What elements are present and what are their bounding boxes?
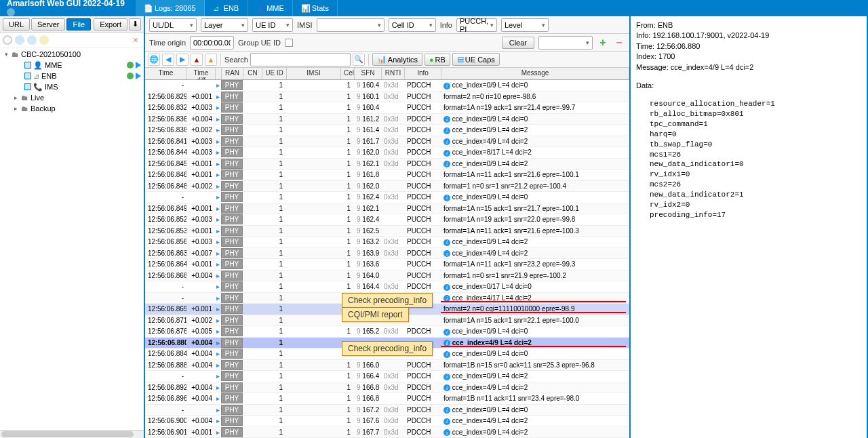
filter-bar-1: UL/DL▾ Layer▾ UE ID▾ IMSI ▾ Cell ID▾ Inf… (145, 16, 629, 34)
info-icon: i (443, 418, 450, 425)
search-input[interactable] (250, 53, 351, 66)
group-ue-checkbox[interactable] (285, 39, 293, 47)
alert-icon[interactable]: ▲ (205, 54, 217, 66)
table-row[interactable]: 12:56:06.849+0.001▸PHY119 162.1PUCCHform… (145, 203, 629, 215)
annotation-callout: CQI/PMI report (342, 307, 409, 322)
table-row[interactable]: 12:56:06.888+0.004▸PHY119 166.0PUCCHform… (145, 360, 629, 372)
table-row[interactable]: -▸PHY119 167.20x3dPDCCHi cce_index=0/9 L… (145, 405, 629, 416)
log-table[interactable]: Time Time diff RAN CN UE ID IMSI Cell SF… (145, 68, 629, 438)
tree-mme[interactable]: 👤MME (0, 60, 144, 71)
table-row[interactable]: 12:56:06.832+0.003▸PHY119 160.4PUCCHform… (145, 102, 629, 114)
table-row[interactable]: 12:56:06.829+0.001▸PHY119 160.10x3dPUCCH… (145, 92, 629, 103)
circle-icon[interactable] (27, 35, 37, 45)
table-row[interactable]: 12:56:06.838+0.002▸PHY119 161.40x3dPDCCH… (145, 125, 629, 136)
table-row[interactable]: 12:56:06.856+0.003▸PHY119 163.20x3dPDCCH… (145, 237, 629, 248)
time-origin-label: Time origin (149, 39, 186, 47)
dl-arrow-icon: ▸ (216, 406, 220, 414)
table-row[interactable]: 12:56:06.892+0.004▸PHY119 166.80x3dPDCCH… (145, 382, 629, 394)
binoculars-icon[interactable]: 🔍 (353, 54, 365, 66)
close-icon[interactable]: × (133, 35, 141, 45)
tab-stats[interactable]: 📊Stats (293, 0, 338, 16)
table-row[interactable]: 12:56:06.876+0.005▸PHY119 165.20x3dPDCCH… (145, 326, 629, 338)
dl-arrow-icon: ▸ (216, 384, 220, 391)
time-origin-input[interactable] (190, 36, 234, 49)
dl-arrow-icon: ▸ (216, 205, 220, 212)
tab-enb[interactable]: ⊿ENB (205, 0, 248, 16)
server-button[interactable]: Server (31, 18, 65, 31)
th-msg[interactable]: Message (441, 68, 629, 79)
rb-button[interactable]: ●RB (425, 54, 450, 66)
table-row[interactable]: 12:56:06.864+0.001▸PHY119 163.6PUCCHform… (145, 259, 629, 271)
table-row[interactable]: -▸PHY119 166.40x3dPDCCHi cce_index=0/9 L… (145, 371, 629, 382)
table-row[interactable]: 12:56:06.844+0.003▸PHY119 162.00x3dPDCCH… (145, 147, 629, 159)
url-button[interactable]: URL (3, 18, 30, 31)
table-row[interactable]: -▸PHY119 162.40x3dPDCCHi cce_index=0/9 L… (145, 192, 629, 203)
detail-index: Index: 1700 (636, 52, 861, 62)
tree-root[interactable]: ▾🖿CBC-2021050100 (0, 49, 144, 60)
th-sfn[interactable]: SFN (355, 68, 382, 79)
dl-arrow-icon: ▸ (216, 361, 220, 369)
table-row[interactable]: 12:56:06.896+0.004▸PHY119 166.8PUCCHform… (145, 393, 629, 405)
th-cell[interactable]: Cell (341, 68, 355, 79)
table-row[interactable]: 12:56:06.853+0.001▸PHY119 162.5PUCCHform… (145, 226, 629, 237)
download-icon[interactable]: ⬇ (129, 18, 141, 31)
table-row[interactable]: 12:56:06.900+0.004▸PHY119 167.60x3dPDCCH… (145, 416, 629, 427)
info-icon: i (443, 195, 450, 201)
th-time[interactable]: Time (145, 68, 187, 79)
layer-select[interactable]: Layer▾ (201, 18, 248, 32)
table-row[interactable]: 12:56:06.848+0.002▸PHY119 162.0PUCCHform… (145, 181, 629, 193)
detail-panel: From: ENB Info: 192.168.100.17:9001, v20… (631, 16, 868, 438)
th-ueid[interactable]: UE ID (262, 68, 287, 79)
table-row[interactable]: -▸PHY119 160.40x3dPDCCHi cce_index=0/9 L… (145, 80, 629, 92)
imsi-select[interactable]: ▾ (317, 18, 384, 32)
dl-arrow-icon: ▸ (216, 126, 220, 134)
table-row[interactable]: 12:56:06.845+0.001▸PHY119 162.10x3dPDCCH… (145, 159, 629, 170)
prev-icon[interactable]: ◀ (162, 54, 174, 66)
tree-ims[interactable]: 📞IMS (0, 81, 144, 92)
table-row[interactable]: 12:56:06.901+0.001▸PHY119 167.70x3dPDCCH… (145, 427, 629, 439)
add-icon[interactable]: + (597, 37, 609, 49)
warn-icon[interactable]: ▲ (191, 54, 203, 66)
analytics-button[interactable]: 📊Analytics (372, 53, 422, 66)
tab-logs[interactable]: 📄Logs: 28065 (136, 0, 205, 16)
th-cn[interactable]: CN (243, 68, 262, 79)
info-label: Info (440, 21, 452, 29)
dl-arrow-icon: ▸ (216, 417, 220, 424)
info-icon: i (443, 138, 450, 145)
table-row[interactable]: 12:56:06.846+0.001▸PHY119 161.8PUCCHform… (145, 170, 629, 181)
ue-caps-button[interactable]: ▤UE Caps (452, 53, 500, 66)
th-diff[interactable]: Time diff (187, 68, 216, 79)
file-button[interactable]: File (66, 18, 91, 31)
tree-backup[interactable]: ▸🖿Backup (0, 103, 144, 114)
clear-button[interactable]: Clear (502, 37, 534, 49)
next-icon[interactable]: ▶ (176, 54, 189, 66)
th-imsi[interactable]: IMSI (287, 68, 341, 79)
table-row[interactable]: 12:56:06.841+0.003▸PHY119 161.70x3dPDCCH… (145, 136, 629, 148)
preset-select[interactable]: ▾ (538, 36, 593, 49)
export-button[interactable]: Export (94, 18, 127, 31)
refresh-icon[interactable] (3, 35, 12, 45)
table-row[interactable]: -▸PHY119 164.40x3dPDCCHi cce_index=0/17 … (145, 281, 629, 293)
th-info[interactable]: Info (405, 68, 441, 79)
circle-icon[interactable] (39, 35, 49, 45)
level-select[interactable]: Level▾ (501, 18, 549, 32)
globe-icon[interactable]: 🌐 (148, 54, 160, 66)
tree-enb[interactable]: ⊿ENB (0, 71, 144, 81)
source-toolbar: URL Server File Export ⬇ (0, 16, 144, 33)
info-select[interactable]: PUCCH, PI▾ (456, 18, 497, 32)
table-row[interactable]: 12:56:06.863+0.007▸PHY119 163.90x3dPDCCH… (145, 248, 629, 260)
ueid-select[interactable]: UE ID▾ (252, 18, 293, 32)
hscrollbar[interactable] (0, 430, 144, 438)
tree-live[interactable]: ▸🖿Live (0, 92, 144, 103)
th-rnti[interactable]: RNTI (382, 68, 405, 79)
th-ran[interactable]: RAN (222, 68, 243, 79)
table-row[interactable]: 12:56:06.836+0.004▸PHY119 161.20x3dPDCCH… (145, 114, 629, 125)
tab-mme[interactable]: 👤MME (248, 0, 293, 16)
table-row[interactable]: 12:56:06.852+0.003▸PHY119 162.4PUCCHform… (145, 214, 629, 226)
cellid-select[interactable]: Cell ID▾ (389, 18, 436, 32)
remove-icon[interactable]: − (613, 37, 625, 49)
circle-icon[interactable] (15, 35, 24, 45)
table-row[interactable]: 12:56:06.868+0.004▸PHY119 164.0PUCCHform… (145, 271, 629, 282)
collapse-left-icon[interactable] (7, 8, 15, 16)
uldl-select[interactable]: UL/DL▾ (149, 18, 197, 32)
